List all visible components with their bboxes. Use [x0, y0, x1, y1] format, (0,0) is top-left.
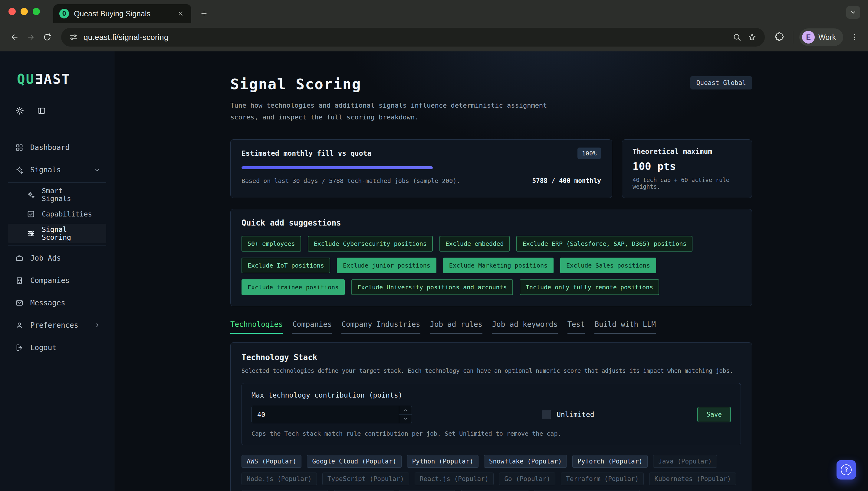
logout-icon [15, 343, 24, 352]
browser-chrome: Q Queast Buying Signals qu.east.fi/signa… [0, 0, 868, 51]
forward-button[interactable] [24, 31, 37, 44]
nav-label: Companies [30, 276, 70, 285]
technology-chip[interactable]: Kubernetes (Popular) [649, 472, 736, 485]
sidebar-nav: Dashboard Signals Smart Signals [0, 136, 114, 359]
nav-label: Messages [30, 299, 65, 307]
quota-card: Estimated monthly fill vs quota 100% Bas… [230, 139, 612, 198]
tab-test[interactable]: Test [567, 320, 585, 334]
quick-add-button[interactable]: Exclude University positions and account… [351, 279, 513, 295]
tab-company-industries[interactable]: Company Industries [342, 320, 420, 334]
zoom-magnifier-icon[interactable] [732, 32, 742, 42]
tab-job-ad-keywords[interactable]: Job ad keywords [492, 320, 558, 334]
browser-menu-icon[interactable] [849, 32, 860, 42]
extensions-puzzle-icon[interactable] [774, 32, 785, 42]
max-contribution-input-wrap [251, 406, 412, 423]
profile-chip[interactable]: E Work [799, 28, 843, 46]
sparkles-icon [27, 191, 35, 199]
technology-chip[interactable]: Java (Popular) [653, 455, 717, 468]
sidebar-item-messages[interactable]: Messages [0, 292, 114, 314]
signals-subgroup: Smart Signals Capabilities Signal Scorin… [8, 182, 106, 246]
tab-close-icon[interactable] [176, 9, 185, 18]
sidebar-item-capabilities[interactable]: Capabilities [8, 204, 106, 224]
technology-chip[interactable]: PyTorch (Popular) [572, 455, 648, 468]
grid-icon [15, 143, 24, 152]
nav-label: Signals [30, 166, 61, 174]
new-tab-button[interactable] [198, 7, 210, 19]
site-settings-icon[interactable] [69, 33, 78, 42]
sidebar-item-smart-signals[interactable]: Smart Signals [8, 185, 106, 204]
increment-button[interactable] [399, 406, 412, 415]
user-icon [15, 321, 24, 329]
quick-add-card: Quick add suggestions 50+ employees Excl… [230, 209, 752, 306]
sidebar-item-job-ads[interactable]: Job Ads [0, 247, 114, 269]
collapse-sidebar-icon[interactable] [37, 106, 46, 115]
sidebar-item-signals[interactable]: Signals [0, 159, 114, 181]
max-contribution-panel: Max technology contribution (points) [242, 383, 741, 445]
max-caption: 40 tech cap + 60 active rule weights. [632, 177, 741, 190]
technology-chip[interactable]: Google Cloud (Popular) [307, 455, 401, 468]
quick-add-button[interactable]: Include only fully remote positions [520, 279, 659, 295]
quick-add-button[interactable]: Exclude ERP (Salesforce, SAP, D365) posi… [516, 236, 693, 252]
reload-button[interactable] [40, 31, 54, 44]
tab-companies[interactable]: Companies [292, 320, 332, 334]
browser-toolbar: qu.east.fi/signal-scoring E Work [0, 23, 868, 51]
back-button[interactable] [8, 31, 21, 44]
theme-toggle-sun-icon[interactable] [15, 106, 24, 115]
decrement-button[interactable] [399, 415, 412, 423]
minimize-window-button[interactable] [21, 8, 28, 15]
technology-chip[interactable]: TypeScript (Popular) [322, 472, 409, 485]
quick-add-button[interactable]: Exclude Cybersecurity positions [308, 236, 433, 252]
number-spinner [399, 406, 412, 423]
technology-stack-title: Technology Stack [242, 353, 741, 362]
nav-label: Dashboard [30, 143, 70, 152]
check-square-icon [27, 210, 35, 218]
max-card-title: Theoretical maximum [632, 148, 741, 155]
quick-add-button[interactable]: Exclude IoT positions [242, 258, 330, 273]
max-contribution-input[interactable] [251, 406, 412, 423]
quick-add-button[interactable]: Exclude trainee positions [242, 279, 345, 295]
url-bar[interactable]: qu.east.fi/signal-scoring [61, 28, 765, 47]
building-icon [15, 276, 24, 285]
technology-chip[interactable]: Node.js (Popular) [242, 472, 317, 485]
technology-chip[interactable]: Snowflake (Popular) [484, 455, 567, 468]
logo-prefix: QU [17, 71, 35, 87]
save-button[interactable]: Save [697, 407, 731, 422]
quick-add-button[interactable]: Exclude embedded [439, 236, 510, 252]
quick-add-button[interactable]: 50+ employees [242, 236, 301, 252]
technology-chip[interactable]: Terraform (Popular) [561, 472, 644, 485]
sidebar-item-dashboard[interactable]: Dashboard [0, 136, 114, 159]
sidebar-item-preferences[interactable]: Preferences [0, 314, 114, 337]
tab-build-with-llm[interactable]: Build with LLM [594, 320, 655, 334]
technology-chip[interactable]: Go (Popular) [499, 472, 555, 485]
help-button[interactable]: ? [837, 460, 856, 480]
close-window-button[interactable] [8, 8, 16, 15]
url-text: qu.east.fi/signal-scoring [84, 33, 727, 42]
bookmark-star-icon[interactable] [747, 32, 757, 42]
unlimited-checkbox[interactable] [542, 410, 551, 419]
tab-technologies[interactable]: Technologies [230, 320, 283, 334]
technology-stack-card: Technology Stack Selected technologies d… [230, 342, 752, 491]
sparkle-icon [15, 166, 24, 174]
technology-chip[interactable]: React.js (Popular) [415, 472, 494, 485]
profile-label: Work [818, 33, 836, 42]
nav-label: Signal Scoring [42, 226, 93, 241]
tab-search-button[interactable] [846, 6, 860, 19]
chevron-up-icon [403, 408, 408, 413]
max-points-value: 100 pts [632, 160, 741, 172]
tab-job-ad-rules[interactable]: Job ad rules [430, 320, 482, 334]
chevron-down-icon [93, 166, 101, 174]
technology-chip[interactable]: Python (Popular) [407, 455, 479, 468]
quick-add-button[interactable]: Exclude Marketing positions [443, 258, 553, 273]
quick-add-button[interactable]: Exclude Sales positions [560, 258, 656, 273]
browser-tab[interactable]: Q Queast Buying Signals [53, 4, 191, 23]
sidebar-item-companies[interactable]: Companies [0, 269, 114, 292]
sidebar: QUƎAST Dashboard Signals [0, 51, 114, 491]
quick-add-button[interactable]: Exclude junior positions [337, 258, 436, 273]
nav-label: Smart Signals [42, 187, 93, 203]
sidebar-item-logout[interactable]: Logout [0, 337, 114, 359]
window-controls [8, 8, 40, 15]
technology-chip[interactable]: AWS (Popular) [242, 455, 301, 468]
quota-progress-bar [242, 166, 433, 169]
sidebar-item-signal-scoring[interactable]: Signal Scoring [8, 224, 106, 243]
fullscreen-window-button[interactable] [33, 8, 40, 15]
